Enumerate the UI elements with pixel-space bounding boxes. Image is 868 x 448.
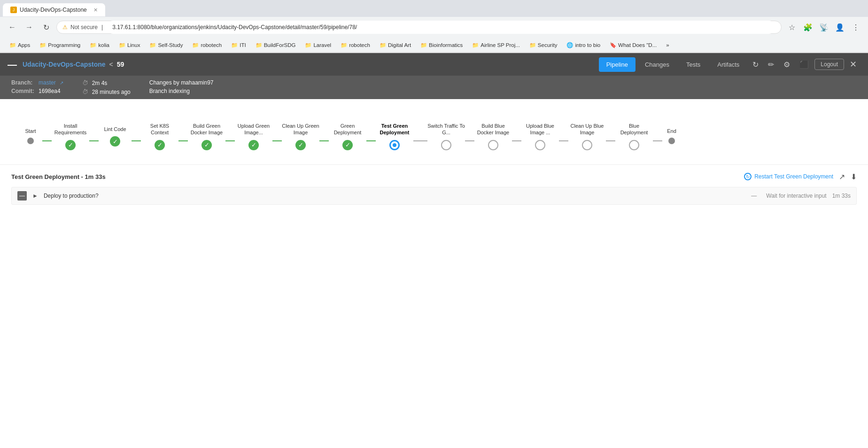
stage-green-deployment-node: ✓ [342, 140, 353, 150]
tab-pipeline[interactable]: Pipeline [599, 57, 636, 72]
stage-blue-deployment-label: Blue Deployment [615, 123, 653, 136]
bookmark-digital-art[interactable]: 📁 Digital Art [376, 41, 415, 49]
external-link-icon: ↗ [60, 80, 63, 85]
profile-icon[interactable]: 👤 [833, 21, 846, 34]
stage-upload-blue[interactable]: Upload Blue Image ... [521, 123, 559, 150]
bookmarks-overflow[interactable]: » [662, 41, 673, 49]
download-icon[interactable]: ⬇ [851, 172, 857, 181]
address-prefix: Not secure [70, 24, 98, 31]
tab-artifacts[interactable]: Artifacts [710, 57, 747, 72]
bookmark-robotech-1[interactable]: 📁 robotech [188, 41, 225, 49]
logout-button[interactable]: Logout [814, 59, 844, 70]
back-button[interactable]: ← [6, 21, 19, 34]
separator-chevron: < [109, 61, 113, 68]
close-button[interactable]: ✕ [846, 57, 860, 71]
stage-blue-deployment-node [629, 140, 639, 150]
step-expand-chevron[interactable]: ► [32, 193, 38, 199]
step-separator: — [751, 193, 757, 199]
connector-5 [225, 140, 235, 141]
stage-start[interactable]: Start [19, 128, 42, 144]
stage-green-deployment[interactable]: Green Deployment ✓ [329, 123, 366, 150]
stage-cleanup-blue[interactable]: Clean Up Blue Image [568, 123, 606, 150]
folder-icon: 📁 [231, 42, 238, 48]
bookmark-airline[interactable]: 📁 Airline SP Proj... [468, 41, 524, 49]
bookmark-kolia[interactable]: 📁 kolia [86, 41, 113, 49]
bookmark-laravel[interactable]: 📁 Laravel [301, 41, 335, 49]
bookmark-programming[interactable]: 📁 Programming [36, 41, 84, 49]
stage-test-green-label: Test Green Deployment [376, 123, 413, 136]
bookmark-apps[interactable]: 📁 Apps [6, 41, 34, 49]
step-collapse-button[interactable]: — [17, 191, 27, 201]
stage-set-k8s[interactable]: Set K8S Context ✓ [141, 123, 178, 150]
stage-start-node [27, 138, 34, 144]
stage-cleanup-green-label: Clean Up Green Image [282, 123, 319, 136]
stage-test-green[interactable]: Test Green Deployment [376, 123, 413, 150]
url-input[interactable] [107, 21, 775, 34]
bookmark-robotech-2[interactable]: 📁 robotech [337, 41, 374, 49]
stage-cleanup-green[interactable]: Clean Up Green Image ✓ [282, 123, 319, 150]
tab-changes[interactable]: Changes [637, 57, 677, 72]
folder-icon: 📁 [341, 42, 347, 48]
extension-icon[interactable]: 🧩 [801, 21, 814, 34]
reload-button[interactable]: ↻ [39, 21, 53, 34]
step-wait-text: Wait for interactive input [766, 193, 826, 199]
bookmark-icon[interactable]: ☆ [785, 21, 798, 34]
stage-build-green-label: Build Green Docker Image [188, 123, 225, 136]
bookmark-security[interactable]: 📁 Security [526, 41, 561, 49]
bottom-panel-actions: ↻ Restart Test Green Deployment ↗ ⬇ [744, 172, 857, 181]
restart-icon-btn[interactable]: ↻ [749, 56, 762, 73]
bookmark-intro-bio[interactable]: 🌐 intro to bio [563, 41, 604, 49]
bookmark-label: What Does "D... [618, 42, 657, 48]
bookmark-bioinformatics[interactable]: 📁 Bioinformatics [417, 41, 466, 49]
edit-icon-btn[interactable]: ✏ [764, 56, 778, 73]
build-number: 59 [117, 61, 124, 68]
open-external-icon[interactable]: ↗ [839, 172, 845, 181]
commit-row: Commit: 1698ea4 [11, 88, 63, 94]
bookmark-buildforsdg[interactable]: 📁 BuildForSDG [252, 41, 300, 49]
stage-switch-traffic-node [441, 140, 451, 150]
stage-blue-deployment[interactable]: Blue Deployment [615, 123, 653, 150]
stage-lint-code[interactable]: Lint Code ✓ [99, 126, 132, 147]
browser-action-buttons: ☆ 🧩 📡 👤 ⋮ [785, 21, 862, 34]
bookmark-iti[interactable]: 📁 ITI [227, 41, 249, 49]
cast-icon[interactable]: 📡 [817, 21, 830, 34]
stage-install-requirements-node: ✓ [65, 140, 76, 150]
duration-row: ⏱ 2m 4s [82, 79, 131, 86]
duration-value: 2m 4s [92, 80, 108, 86]
bookmark-label: Self-Study [158, 42, 183, 48]
connector-10 [465, 140, 474, 141]
stage-build-green[interactable]: Build Green Docker Image ✓ [188, 123, 225, 150]
tab-tests[interactable]: Tests [679, 57, 708, 72]
folder-icon: 📁 [9, 42, 16, 48]
build-changes-col: Changes by mahaamin97 Branch indexing [149, 79, 214, 94]
browser-tab-bar: J Udacity-DevOps-Capstone ✕ [0, 0, 868, 17]
stage-switch-traffic[interactable]: Switch Traffic To G... [427, 123, 465, 150]
browser-chrome: J Udacity-DevOps-Capstone ✕ ← → ↻ ⚠ Not … [0, 0, 868, 53]
bookmark-label: Linux [127, 42, 140, 48]
stage-install-requirements[interactable]: Install Requirements ✓ [52, 123, 89, 150]
active-tab[interactable]: J Udacity-DevOps-Capstone ✕ [3, 3, 105, 16]
stage-upload-green[interactable]: Upload Green Image... ✓ [235, 123, 272, 150]
panel-duration: 1m 33s [85, 173, 106, 180]
tab-close-icon[interactable]: ✕ [93, 7, 98, 13]
stage-cleanup-blue-label: Clean Up Blue Image [568, 123, 606, 136]
stage-build-blue[interactable]: Build Blue Docker Image [474, 123, 512, 150]
stage-set-k8s-node: ✓ [155, 140, 165, 150]
stage-lint-code-node: ✓ [110, 136, 120, 147]
settings-icon-btn[interactable]: ⚙ [780, 56, 794, 73]
branch-value[interactable]: master [39, 79, 56, 86]
folder-icon: 📁 [529, 42, 536, 48]
bookmark-linux[interactable]: 📁 Linux [115, 41, 144, 49]
bookmark-label: intro to bio [575, 42, 600, 48]
project-title-link[interactable]: Udacity-DevOps-Capstone [23, 61, 106, 68]
menu-icon[interactable]: ⋮ [849, 21, 862, 34]
bookmark-what-does[interactable]: 🔖 What Does "D... [606, 41, 660, 49]
bookmark-self-study[interactable]: 📁 Self-Study [146, 41, 186, 49]
bookmark-label: Security [538, 42, 558, 48]
restart-button[interactable]: ↻ Restart Test Green Deployment [744, 173, 833, 180]
stage-end[interactable]: End [662, 128, 681, 144]
connector-9a [413, 140, 427, 141]
folder-icon: 📁 [472, 42, 479, 48]
open-classic-icon-btn[interactable]: ⬛ [796, 56, 813, 73]
forward-button[interactable]: → [23, 21, 36, 34]
